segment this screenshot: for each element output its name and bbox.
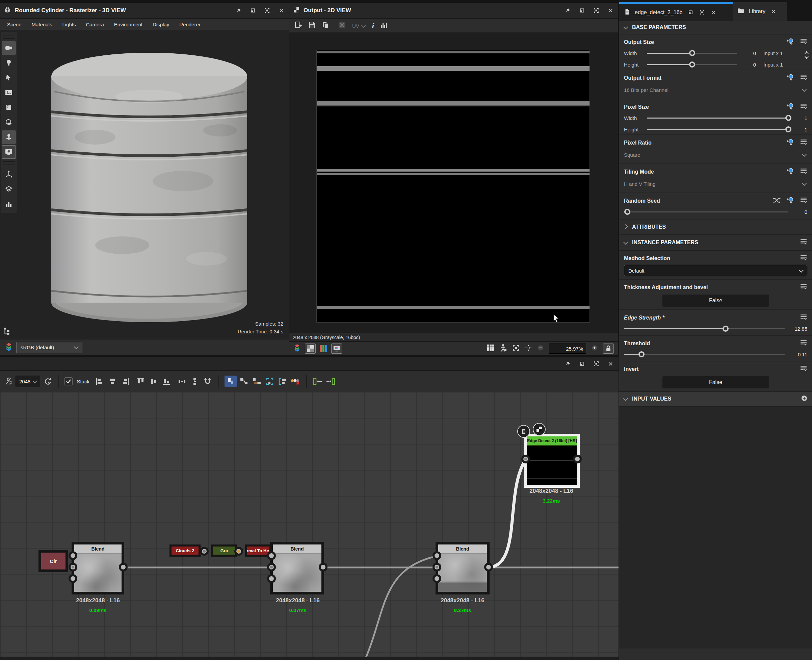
channel-layers-icon[interactable] [293, 344, 301, 353]
viewport-3d[interactable]: Samples: 32 Render Time: 0.34 s [0, 30, 289, 340]
frame-icon[interactable] [264, 376, 275, 387]
node-preview-button[interactable] [533, 423, 546, 436]
slider-handle[interactable] [624, 209, 630, 215]
pixel-height-slider[interactable] [647, 129, 788, 130]
pixel-height-value[interactable]: 1 [792, 127, 807, 132]
input-connector[interactable] [234, 547, 243, 555]
node-clr[interactable]: Clr [38, 550, 68, 572]
menu-materials[interactable]: Materials [27, 22, 57, 27]
width-slider[interactable] [647, 53, 737, 54]
parameter-menu-icon[interactable] [800, 314, 807, 322]
maximize-icon[interactable] [593, 360, 600, 367]
expose-parameter-icon[interactable] [786, 197, 795, 205]
parameter-menu-icon[interactable] [800, 239, 807, 246]
expose-parameter-icon[interactable] [786, 103, 795, 111]
distribute-vertical-icon[interactable] [189, 376, 200, 387]
float-window-icon[interactable] [250, 7, 256, 14]
fit-view-icon[interactable] [513, 344, 519, 353]
canvas-2d[interactable] [290, 32, 618, 333]
scene-tree-icon[interactable] [3, 327, 11, 337]
parameter-menu-icon[interactable] [800, 103, 807, 111]
delete-dot-icon[interactable] [290, 376, 301, 387]
node-edge-detect[interactable]: Edge Detect 2 (16bit) [HR] [524, 434, 580, 488]
slider-handle[interactable] [638, 351, 644, 357]
float-window-icon[interactable] [687, 9, 694, 16]
environment-button[interactable] [2, 86, 16, 99]
mannequin-scale-icon[interactable] [500, 344, 507, 353]
input-connector[interactable] [521, 455, 530, 463]
output-format-dropdown[interactable]: 16 Bits per Channel [624, 83, 807, 97]
close-icon[interactable] [710, 9, 717, 16]
input-connector[interactable] [68, 551, 77, 560]
comment-frame-icon[interactable] [277, 376, 288, 387]
expose-parameter-icon[interactable] [786, 168, 795, 176]
colorspace-select[interactable]: sRGB (default) [16, 342, 82, 353]
section-input-values[interactable]: INPUT VALUES [619, 392, 812, 407]
close-icon[interactable] [770, 8, 777, 15]
float-window-icon[interactable] [579, 7, 586, 14]
distribute-horizontal-icon[interactable] [177, 376, 187, 387]
zoom-out-icon[interactable] [538, 345, 544, 352]
stats-button[interactable] [2, 197, 16, 211]
zoom-level-field[interactable]: 25.97% [549, 344, 586, 354]
output-connector[interactable] [573, 455, 582, 463]
select-tool-button[interactable] [2, 71, 16, 84]
method-selection-select[interactable]: Default [624, 265, 807, 276]
maximize-icon[interactable] [593, 7, 600, 14]
edge-strength-value[interactable]: 12.85 [788, 326, 807, 332]
graph-resolution-dropdown[interactable]: 2048 [16, 376, 40, 387]
edge-strength-slider[interactable] [624, 328, 785, 329]
parameter-menu-icon[interactable] [800, 74, 807, 82]
straighten-link-icon[interactable] [252, 376, 262, 387]
section-instance-parameters[interactable]: INSTANCE PARAMETERS [619, 235, 812, 251]
menu-scene[interactable]: Scene [2, 22, 27, 27]
menu-environment[interactable]: Environment [109, 22, 147, 27]
pin-output-node-icon[interactable] [325, 376, 336, 387]
align-left-icon[interactable] [94, 376, 105, 387]
link-s-icon[interactable] [3, 376, 14, 387]
parameter-menu-icon[interactable] [800, 168, 807, 176]
invert-toggle-button[interactable]: False [662, 376, 769, 389]
pin-input-node-icon[interactable] [312, 376, 323, 387]
parameter-menu-icon[interactable] [800, 139, 807, 147]
pixel-ratio-dropdown[interactable]: Square [624, 148, 807, 162]
thickness-toggle-button[interactable]: False [662, 295, 769, 307]
slider-handle[interactable] [689, 62, 695, 68]
expose-parameter-icon[interactable] [786, 74, 795, 82]
node-graph-canvas[interactable]: Clr Blend 2048x2048 - L16 0.09ms Clouds … [0, 392, 619, 660]
physical-size-button[interactable] [2, 130, 16, 144]
random-seed-slider[interactable] [624, 211, 788, 213]
input-connector[interactable] [267, 551, 276, 560]
pixel-width-value[interactable]: 1 [792, 115, 807, 121]
add-input-icon[interactable] [801, 395, 807, 403]
width-value[interactable]: 0 [741, 50, 756, 56]
output-connector[interactable] [119, 563, 128, 571]
expose-parameter-icon[interactable] [786, 38, 795, 46]
parameter-menu-icon[interactable] [800, 365, 807, 373]
input-connector[interactable] [432, 563, 441, 571]
node-clouds-2[interactable]: Clouds 2 [169, 544, 201, 557]
parameter-menu-icon[interactable] [800, 340, 807, 347]
menu-camera[interactable]: Camera [81, 22, 109, 27]
slider-handle[interactable] [785, 126, 791, 132]
tab-edge-detect[interactable]: edge_detect_2_16b [619, 2, 733, 21]
pin-icon[interactable] [565, 360, 571, 367]
node-blend-2[interactable]: Blend [270, 542, 324, 595]
align-center-vertical-icon[interactable] [107, 376, 118, 387]
close-icon[interactable] [607, 7, 614, 14]
float-window-icon[interactable] [579, 360, 586, 367]
display-settings-button[interactable] [2, 145, 16, 159]
color-layers-icon[interactable] [5, 343, 13, 353]
node-blend-3[interactable]: Blend [435, 542, 489, 595]
parameter-menu-icon[interactable] [800, 197, 807, 205]
section-base-parameters[interactable]: BASE PARAMETERS [619, 21, 812, 35]
align-middle-icon[interactable] [148, 376, 159, 387]
snap-icon[interactable] [202, 376, 213, 387]
node-gradient[interactable]: Gra [211, 544, 237, 557]
rgb-channels-icon[interactable] [320, 345, 327, 352]
input-connector[interactable] [267, 563, 276, 571]
slider-handle[interactable] [785, 115, 791, 121]
zoom-in-icon[interactable] [592, 345, 598, 352]
parameter-menu-icon[interactable] [800, 255, 807, 262]
output-connector[interactable] [484, 563, 493, 571]
